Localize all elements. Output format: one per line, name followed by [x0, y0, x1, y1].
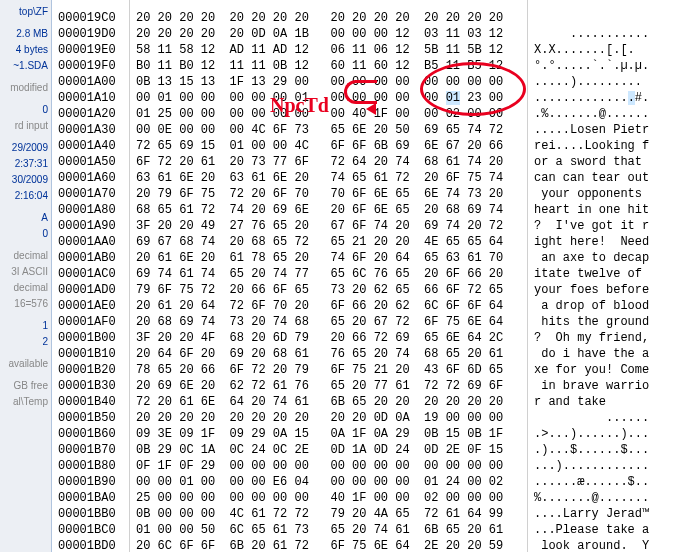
hex-row[interactable]: 69 74 61 74 65 20 74 77 65 6C 76 65 20 6…	[136, 266, 521, 282]
hex-row[interactable]: 6F 72 20 61 20 73 77 6F 72 64 20 74 68 6…	[136, 154, 521, 170]
hex-row[interactable]: 25 00 00 00 00 00 00 00 40 1F 00 00 02 0…	[136, 490, 521, 506]
address-cell: 00001AF0	[58, 314, 123, 330]
ascii-row[interactable]: .%.......@......	[534, 106, 693, 122]
free-label: GB free	[0, 378, 48, 394]
temp-label: al\Temp	[0, 394, 48, 410]
address-cell: 00001AD0	[58, 282, 123, 298]
address-cell: 00001A00	[58, 74, 123, 90]
hex-row[interactable]: 20 79 6F 75 72 20 6F 70 70 6F 6E 65 6E 7…	[136, 186, 521, 202]
hex-row[interactable]: 20 61 6E 20 61 78 65 20 74 6F 20 64 65 6…	[136, 250, 521, 266]
annotation-text: NpcTd	[270, 94, 329, 117]
address-cell: 00001AA0	[58, 234, 123, 250]
ascii-column[interactable]: ...........X.X.­.­.....[.[.°.°.....`.`.µ…	[528, 0, 699, 552]
hex-column[interactable]: NpcTd 20 20 20 20 20 20 20 20 20 20 20 2…	[130, 0, 528, 552]
ascii-row[interactable]: do i have the a	[534, 346, 693, 362]
ascii-row[interactable]: your foes before	[534, 282, 693, 298]
ascii-row[interactable]: ......æ......$..	[534, 474, 693, 490]
ascii-row[interactable]: .>...)......)...	[534, 426, 693, 442]
ascii-row[interactable]: or a sword that	[534, 154, 693, 170]
ascii-row[interactable]: ....Larry Jerad™	[534, 506, 693, 522]
hex-row[interactable]: 0B 29 0C 1A 0C 24 0C 2E 0D 1A 0D 24 0D 2…	[136, 442, 521, 458]
label-a: A	[0, 210, 48, 226]
hex-row[interactable]: 0B 00 00 00 4C 61 72 72 79 20 4A 65 72 6…	[136, 506, 521, 522]
address-cell: 00001A10	[58, 90, 123, 106]
hex-row[interactable]: 20 20 20 20 20 20 20 20 20 20 20 20 20 2…	[136, 10, 521, 26]
ascii-row[interactable]: in brave warrio	[534, 378, 693, 394]
hex-row[interactable]: 20 61 20 64 72 6F 70 20 6F 66 20 62 6C 6…	[136, 298, 521, 314]
address-cell: 00001B80	[58, 458, 123, 474]
ascii-row[interactable]: ? Oh my friend,	[534, 330, 693, 346]
hex-row[interactable]: 69 67 68 74 20 68 65 72 65 21 20 20 4E 6…	[136, 234, 521, 250]
annotation-arrowhead	[366, 103, 376, 115]
ascii-row[interactable]: ..............#.	[534, 90, 693, 106]
ascii-row[interactable]: .....Losen Pietr	[534, 122, 693, 138]
date-1: 29/2009	[0, 140, 48, 156]
hex-row[interactable]: 20 20 20 20 20 0D 0A 1B 00 00 00 12 03 1…	[136, 26, 521, 42]
hex-row[interactable]: 20 69 6E 20 62 72 61 76 65 20 77 61 72 7…	[136, 378, 521, 394]
hex-row[interactable]: 20 20 20 20 20 20 20 20 20 20 0D 0A 19 0…	[136, 410, 521, 426]
modified-label: modified	[0, 80, 48, 96]
ascii-row[interactable]: ......	[534, 410, 693, 426]
ascii-row[interactable]: your opponents	[534, 186, 693, 202]
hex-row[interactable]: 72 65 69 15 01 00 00 4C 6F 6F 6B 69 6E 6…	[136, 138, 521, 154]
hex-row[interactable]: 63 61 6E 20 63 61 6E 20 74 65 61 72 20 6…	[136, 170, 521, 186]
ascii-row[interactable]: %.......@.......	[534, 490, 693, 506]
ascii-row[interactable]: heart in one hit	[534, 202, 693, 218]
hex-row[interactable]: 00 0E 00 00 00 4C 6F 73 65 6E 20 50 69 6…	[136, 122, 521, 138]
ascii-row[interactable]: can can tear out	[534, 170, 693, 186]
ascii-row[interactable]: xe for you! Come	[534, 362, 693, 378]
address-cell: 00001BB0	[58, 506, 123, 522]
ascii-row[interactable]: °.°.....`.`.µ.µ.	[534, 58, 693, 74]
hex-row[interactable]: 79 6F 75 72 20 66 6F 65 73 20 62 65 66 6…	[136, 282, 521, 298]
value-zero-2: 0	[0, 226, 48, 242]
annotation-circle	[420, 62, 526, 116]
ascii-row[interactable]: an axe to decap	[534, 250, 693, 266]
time-2: 2:16:04	[0, 188, 48, 204]
hex-row[interactable]: 3F 20 20 4F 68 20 6D 79 20 66 72 69 65 6…	[136, 330, 521, 346]
hex-row[interactable]: 58 11 58 12 AD 11 AD 12 06 11 06 12 5B 1…	[136, 42, 521, 58]
hex-row[interactable]: 20 64 6F 20 69 20 68 61 76 65 20 74 68 6…	[136, 346, 521, 362]
hex-row[interactable]: 72 20 61 6E 64 20 74 61 6B 65 20 20 20 2…	[136, 394, 521, 410]
info-sidebar: top\ZF 2.8 MB 4 bytes ~1.SDA modified 0 …	[0, 0, 52, 552]
byte-count: 4 bytes	[0, 42, 48, 58]
decimal-label: decimal	[0, 248, 48, 264]
address-cell: 00001AE0	[58, 298, 123, 314]
ascii-label: 3I ASCII	[0, 264, 48, 280]
ascii-row[interactable]: ight here! Need	[534, 234, 693, 250]
hex-row[interactable]: 68 65 61 72 74 20 69 6E 20 6F 6E 65 20 6…	[136, 202, 521, 218]
address-cell: 00001AC0	[58, 266, 123, 282]
ascii-row[interactable]: hits the ground	[534, 314, 693, 330]
ascii-row[interactable]: .....).........	[534, 74, 693, 90]
hex-row[interactable]: 0F 1F 0F 29 00 00 00 00 00 00 00 00 00 0…	[136, 458, 521, 474]
address-cell: 00001A90	[58, 218, 123, 234]
file-name: ~1.SDA	[0, 58, 48, 74]
ascii-row[interactable]: rei....Looking f	[534, 138, 693, 154]
address-cell: 00001AB0	[58, 250, 123, 266]
hex-row[interactable]: 01 00 00 50 6C 65 61 73 65 20 74 61 6B 6…	[136, 522, 521, 538]
address-cell: 00001B90	[58, 474, 123, 490]
hex-row[interactable]: 78 65 20 66 6F 72 20 79 6F 75 21 20 43 6…	[136, 362, 521, 378]
ascii-row[interactable]: a drop of blood	[534, 298, 693, 314]
ascii-row[interactable]: ...)............	[534, 458, 693, 474]
ascii-row[interactable]: ? I've got it r	[534, 218, 693, 234]
address-cell: 00001B10	[58, 346, 123, 362]
ascii-row[interactable]: itate twelve of	[534, 266, 693, 282]
ascii-row[interactable]	[534, 10, 693, 26]
hex-row[interactable]: 20 6C 6F 6F 6B 20 61 72 6F 75 6E 64 2E 2…	[136, 538, 521, 552]
hex-row[interactable]: 09 3E 09 1F 09 29 0A 15 0A 1F 0A 29 0B 1…	[136, 426, 521, 442]
address-column[interactable]: 000019C0000019D0000019E0000019F000001A00…	[52, 0, 130, 552]
hex-row[interactable]: 3F 20 20 49 27 76 65 20 67 6F 74 20 69 7…	[136, 218, 521, 234]
address-cell: 00001B60	[58, 426, 123, 442]
hex-row[interactable]: 20 68 69 74 73 20 74 68 65 20 67 72 6F 7…	[136, 314, 521, 330]
ascii-row[interactable]: r and take	[534, 394, 693, 410]
ascii-row[interactable]: .)...$......$...	[534, 442, 693, 458]
hex-row[interactable]: 00 00 01 00 00 00 E6 04 00 00 00 00 01 2…	[136, 474, 521, 490]
ascii-row[interactable]: ...........	[534, 26, 693, 42]
value-two: 2	[0, 334, 48, 350]
ascii-row[interactable]: X.X.­.­.....[.[.	[534, 42, 693, 58]
ascii-row[interactable]: look around. Y	[534, 538, 693, 552]
address-cell: 00001BD0	[58, 538, 123, 552]
address-cell: 00001BC0	[58, 522, 123, 538]
ascii-row[interactable]: ...Please take a	[534, 522, 693, 538]
address-cell: 000019C0	[58, 10, 123, 26]
